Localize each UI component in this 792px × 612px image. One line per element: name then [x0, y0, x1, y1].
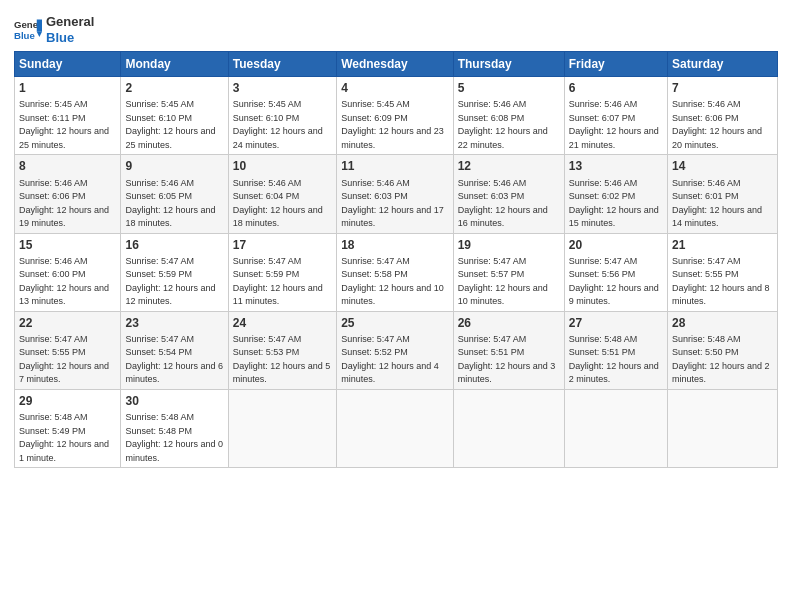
calendar-cell: 10 Sunrise: 5:46 AM Sunset: 6:04 PM Dayl… [228, 155, 336, 233]
day-daylight: Daylight: 12 hours and 24 minutes. [233, 126, 323, 150]
day-sunset: Sunset: 5:55 PM [672, 269, 739, 279]
calendar-cell: 12 Sunrise: 5:46 AM Sunset: 6:03 PM Dayl… [453, 155, 564, 233]
day-sunrise: Sunrise: 5:48 AM [19, 412, 88, 422]
day-daylight: Daylight: 12 hours and 10 minutes. [341, 283, 444, 307]
day-sunset: Sunset: 5:48 PM [125, 426, 192, 436]
day-sunrise: Sunrise: 5:48 AM [125, 412, 194, 422]
day-sunset: Sunset: 6:04 PM [233, 191, 300, 201]
calendar-cell: 30 Sunrise: 5:48 AM Sunset: 5:48 PM Dayl… [121, 389, 228, 467]
day-sunrise: Sunrise: 5:47 AM [19, 334, 88, 344]
calendar-cell: 24 Sunrise: 5:47 AM Sunset: 5:53 PM Dayl… [228, 311, 336, 389]
svg-marker-2 [37, 19, 42, 31]
day-sunrise: Sunrise: 5:47 AM [341, 256, 410, 266]
day-number: 15 [19, 237, 116, 253]
calendar-week-row: 1 Sunrise: 5:45 AM Sunset: 6:11 PM Dayli… [15, 77, 778, 155]
day-number: 14 [672, 158, 773, 174]
day-sunset: Sunset: 6:09 PM [341, 113, 408, 123]
calendar-week-row: 8 Sunrise: 5:46 AM Sunset: 6:06 PM Dayli… [15, 155, 778, 233]
day-sunset: Sunset: 6:08 PM [458, 113, 525, 123]
day-sunset: Sunset: 5:58 PM [341, 269, 408, 279]
calendar-cell [668, 389, 778, 467]
day-daylight: Daylight: 12 hours and 13 minutes. [19, 283, 109, 307]
calendar-cell: 21 Sunrise: 5:47 AM Sunset: 5:55 PM Dayl… [668, 233, 778, 311]
calendar-table: SundayMondayTuesdayWednesdayThursdayFrid… [14, 51, 778, 468]
day-sunset: Sunset: 5:59 PM [125, 269, 192, 279]
day-number: 27 [569, 315, 663, 331]
day-sunrise: Sunrise: 5:48 AM [672, 334, 741, 344]
day-sunset: Sunset: 5:49 PM [19, 426, 86, 436]
weekday-header: Tuesday [228, 52, 336, 77]
calendar-cell: 19 Sunrise: 5:47 AM Sunset: 5:57 PM Dayl… [453, 233, 564, 311]
svg-marker-3 [37, 31, 42, 36]
calendar-cell: 3 Sunrise: 5:45 AM Sunset: 6:10 PM Dayli… [228, 77, 336, 155]
day-daylight: Daylight: 12 hours and 0 minutes. [125, 439, 223, 463]
day-sunset: Sunset: 6:06 PM [19, 191, 86, 201]
day-number: 6 [569, 80, 663, 96]
day-sunset: Sunset: 5:59 PM [233, 269, 300, 279]
weekday-header: Sunday [15, 52, 121, 77]
day-sunrise: Sunrise: 5:46 AM [458, 99, 527, 109]
day-daylight: Daylight: 12 hours and 20 minutes. [672, 126, 762, 150]
day-daylight: Daylight: 12 hours and 15 minutes. [569, 205, 659, 229]
day-daylight: Daylight: 12 hours and 9 minutes. [569, 283, 659, 307]
calendar-week-row: 22 Sunrise: 5:47 AM Sunset: 5:55 PM Dayl… [15, 311, 778, 389]
day-number: 2 [125, 80, 223, 96]
weekday-header-row: SundayMondayTuesdayWednesdayThursdayFrid… [15, 52, 778, 77]
day-sunrise: Sunrise: 5:46 AM [569, 99, 638, 109]
svg-text:Blue: Blue [14, 29, 35, 40]
calendar-cell: 6 Sunrise: 5:46 AM Sunset: 6:07 PM Dayli… [564, 77, 667, 155]
calendar-cell: 13 Sunrise: 5:46 AM Sunset: 6:02 PM Dayl… [564, 155, 667, 233]
calendar-cell: 5 Sunrise: 5:46 AM Sunset: 6:08 PM Dayli… [453, 77, 564, 155]
day-daylight: Daylight: 12 hours and 6 minutes. [125, 361, 223, 385]
calendar-cell: 11 Sunrise: 5:46 AM Sunset: 6:03 PM Dayl… [337, 155, 454, 233]
day-sunrise: Sunrise: 5:47 AM [125, 256, 194, 266]
day-daylight: Daylight: 12 hours and 12 minutes. [125, 283, 215, 307]
day-sunset: Sunset: 5:50 PM [672, 347, 739, 357]
day-daylight: Daylight: 12 hours and 19 minutes. [19, 205, 109, 229]
day-number: 8 [19, 158, 116, 174]
day-sunrise: Sunrise: 5:46 AM [458, 178, 527, 188]
day-sunset: Sunset: 6:07 PM [569, 113, 636, 123]
calendar-cell: 27 Sunrise: 5:48 AM Sunset: 5:51 PM Dayl… [564, 311, 667, 389]
calendar-cell: 22 Sunrise: 5:47 AM Sunset: 5:55 PM Dayl… [15, 311, 121, 389]
day-daylight: Daylight: 12 hours and 18 minutes. [125, 205, 215, 229]
day-sunrise: Sunrise: 5:47 AM [458, 334, 527, 344]
page-container: General Blue General Blue SundayMondayTu… [0, 0, 792, 478]
calendar-cell: 16 Sunrise: 5:47 AM Sunset: 5:59 PM Dayl… [121, 233, 228, 311]
day-sunrise: Sunrise: 5:48 AM [569, 334, 638, 344]
calendar-cell [453, 389, 564, 467]
day-sunrise: Sunrise: 5:46 AM [672, 99, 741, 109]
day-sunrise: Sunrise: 5:46 AM [125, 178, 194, 188]
day-number: 18 [341, 237, 449, 253]
day-daylight: Daylight: 12 hours and 3 minutes. [458, 361, 556, 385]
day-daylight: Daylight: 12 hours and 11 minutes. [233, 283, 323, 307]
header: General Blue General Blue [14, 10, 778, 45]
day-sunset: Sunset: 6:03 PM [341, 191, 408, 201]
logo-icon: General Blue [14, 16, 42, 44]
day-sunrise: Sunrise: 5:46 AM [19, 178, 88, 188]
day-number: 5 [458, 80, 560, 96]
day-daylight: Daylight: 12 hours and 25 minutes. [19, 126, 109, 150]
calendar-week-row: 15 Sunrise: 5:46 AM Sunset: 6:00 PM Dayl… [15, 233, 778, 311]
day-number: 11 [341, 158, 449, 174]
day-sunset: Sunset: 5:55 PM [19, 347, 86, 357]
day-sunrise: Sunrise: 5:46 AM [233, 178, 302, 188]
calendar-cell: 9 Sunrise: 5:46 AM Sunset: 6:05 PM Dayli… [121, 155, 228, 233]
day-number: 29 [19, 393, 116, 409]
day-number: 9 [125, 158, 223, 174]
day-sunset: Sunset: 6:00 PM [19, 269, 86, 279]
day-sunrise: Sunrise: 5:46 AM [341, 178, 410, 188]
day-daylight: Daylight: 12 hours and 16 minutes. [458, 205, 548, 229]
calendar-cell: 14 Sunrise: 5:46 AM Sunset: 6:01 PM Dayl… [668, 155, 778, 233]
calendar-cell [228, 389, 336, 467]
calendar-cell: 15 Sunrise: 5:46 AM Sunset: 6:00 PM Dayl… [15, 233, 121, 311]
day-sunrise: Sunrise: 5:47 AM [458, 256, 527, 266]
day-sunrise: Sunrise: 5:47 AM [672, 256, 741, 266]
calendar-cell [564, 389, 667, 467]
weekday-header: Thursday [453, 52, 564, 77]
day-sunrise: Sunrise: 5:46 AM [569, 178, 638, 188]
day-number: 21 [672, 237, 773, 253]
weekday-header: Friday [564, 52, 667, 77]
day-number: 19 [458, 237, 560, 253]
calendar-cell: 8 Sunrise: 5:46 AM Sunset: 6:06 PM Dayli… [15, 155, 121, 233]
